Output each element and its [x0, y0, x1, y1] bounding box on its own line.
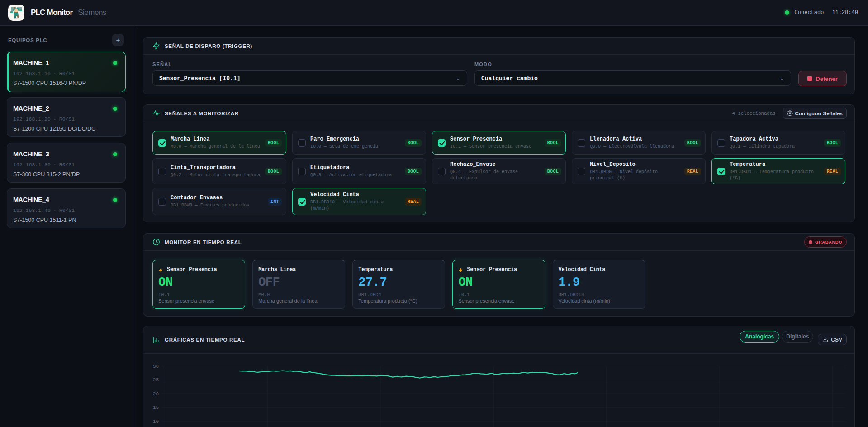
svg-text:30: 30 — [153, 364, 159, 369]
svg-text:15: 15 — [153, 405, 159, 410]
svg-text:10: 10 — [153, 419, 159, 424]
svg-text:25: 25 — [153, 377, 159, 383]
svg-text:20: 20 — [153, 391, 159, 397]
